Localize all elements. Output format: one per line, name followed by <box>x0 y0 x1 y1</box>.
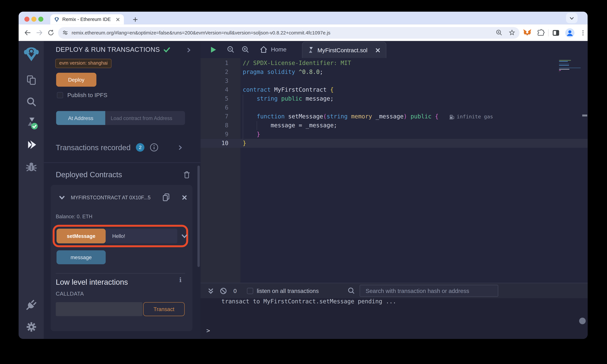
zoom-out-icon[interactable] <box>226 45 235 54</box>
deploy-button[interactable]: Deploy <box>56 73 96 87</box>
code-line[interactable]: 2pragma solidity ^0.8.0; <box>200 68 588 77</box>
home-tab-icon[interactable] <box>259 45 268 54</box>
code-line[interactable]: 9 } <box>200 130 588 139</box>
side-panel-icon[interactable] <box>552 28 560 37</box>
at-address-button[interactable]: At Address <box>56 111 105 125</box>
debugger-icon[interactable] <box>19 158 44 175</box>
gas-annotation: infinite gas <box>449 112 493 121</box>
toolbar-divider <box>548 29 548 36</box>
set-message-button[interactable]: setMessage <box>57 229 106 243</box>
line-number: 7 <box>200 112 228 121</box>
contract-collapse-chevron-icon[interactable] <box>58 195 65 200</box>
code-line[interactable]: 8 message = _message; <box>200 121 588 130</box>
minimap-line <box>559 68 581 68</box>
code-line[interactable]: 3 <box>200 77 588 86</box>
indent-guide <box>243 94 243 139</box>
panel-scrollbar[interactable] <box>198 166 200 267</box>
browser-tab[interactable]: Remix - Ethereum IDE <box>50 14 124 24</box>
line-number: 10 <box>200 139 228 148</box>
search-icon[interactable] <box>19 93 44 110</box>
code-text: pragma solidity ^0.8.0; <box>243 68 323 77</box>
panel-expand-chevron-icon[interactable] <box>186 47 191 53</box>
remix-logo-icon[interactable] <box>19 46 44 63</box>
code-line[interactable]: 5 string public message; <box>200 94 588 103</box>
url-bar[interactable]: remix.ethereum.org/#lang=en&optimize=fal… <box>58 27 520 39</box>
zoom-page-icon[interactable] <box>496 29 503 37</box>
run-script-play-icon[interactable] <box>209 45 218 54</box>
metamask-icon[interactable] <box>523 28 532 37</box>
expand-function-chevron-icon[interactable] <box>181 233 188 239</box>
file-tab[interactable]: MyFirstContract.sol <box>302 42 386 58</box>
line-number: 1 <box>200 59 228 68</box>
publish-ipfs-checkbox[interactable] <box>57 92 63 98</box>
code-line[interactable]: 10} <box>200 139 588 148</box>
publish-ipfs-label: Publish to IPFS <box>67 92 107 98</box>
code-line[interactable]: 7 function setMessage(string memory _mes… <box>200 112 588 121</box>
message-button[interactable]: message <box>57 250 106 264</box>
browser-menu-icon[interactable] <box>580 29 586 36</box>
terminal-scrollbar-thumb[interactable] <box>579 318 586 324</box>
editor-minimap[interactable] <box>559 59 581 77</box>
site-settings-icon[interactable] <box>62 29 69 36</box>
contract-instance-name[interactable]: MYFIRSTCONTRACT AT 0X10F...5 <box>71 194 161 200</box>
tab-search-button[interactable] <box>566 13 578 23</box>
deploy-run-icon[interactable] <box>19 136 44 153</box>
line-number: 5 <box>200 94 228 103</box>
maximize-window-button[interactable] <box>38 16 43 22</box>
calldata-input[interactable] <box>56 302 143 316</box>
close-file-tab-icon[interactable] <box>375 48 381 53</box>
code-text: } <box>243 139 246 148</box>
listen-transactions-checkbox[interactable] <box>247 288 253 294</box>
minimap-line <box>559 60 571 61</box>
settings-gear-icon[interactable] <box>19 318 44 336</box>
extensions-icon[interactable] <box>537 28 545 37</box>
code-text: function setMessage(string memory _messa… <box>243 112 439 121</box>
listen-transactions-label: listen on all transactions <box>257 287 319 294</box>
info-icon[interactable] <box>150 143 158 152</box>
deployed-contracts-title: Deployed Contracts <box>56 170 122 179</box>
panel-title: DEPLOY & RUN TRANSACTIONS <box>56 46 160 54</box>
back-button[interactable] <box>22 27 33 39</box>
profile-avatar[interactable] <box>565 28 575 38</box>
copy-address-icon[interactable] <box>162 193 170 202</box>
forward-button[interactable] <box>33 27 45 39</box>
home-tab-label[interactable]: Home <box>271 46 287 52</box>
terminal-log: transact to MyFirstContract.setMessage p… <box>200 298 588 339</box>
minimap-line <box>559 71 559 72</box>
plugin-manager-icon[interactable] <box>19 296 44 313</box>
code-line[interactable]: 1// SPDX-License-Identifier: MIT <box>200 59 588 68</box>
browser-window: Remix - Ethereum IDE remix.eth <box>19 12 588 339</box>
zoom-in-icon[interactable] <box>241 45 250 54</box>
at-address-input[interactable] <box>105 111 185 125</box>
new-tab-button[interactable] <box>130 14 140 24</box>
code-editor[interactable]: 1// SPDX-License-Identifier: MIT2pragma … <box>200 58 588 283</box>
terminal: 0 listen on all transactions transact to… <box>200 283 588 339</box>
file-explorer-icon[interactable] <box>19 72 44 89</box>
evm-version-badge: evm version: shanghai <box>55 59 111 68</box>
clear-console-icon[interactable] <box>220 287 227 294</box>
line-number: 8 <box>200 121 228 130</box>
url-text[interactable]: remix.ethereum.org/#lang=en&optimize=fal… <box>72 30 496 36</box>
line-number: 4 <box>200 86 228 94</box>
code-line[interactable]: 6 <box>200 103 588 112</box>
transact-button[interactable]: Transact <box>143 302 185 316</box>
transactions-expand-chevron-icon[interactable] <box>178 144 183 151</box>
calldata-label: CALLDATA <box>56 291 84 297</box>
minimize-window-button[interactable] <box>31 16 37 22</box>
terminal-collapse-icon[interactable] <box>208 287 214 294</box>
terminal-search-icon <box>348 287 355 294</box>
code-line[interactable]: 4contract MyFirstContract { <box>200 86 588 94</box>
minimap-line <box>559 61 568 62</box>
contract-balance: Balance: 0. ETH <box>56 214 92 220</box>
low-level-info-icon[interactable]: i <box>179 276 182 284</box>
solidity-compiler-icon[interactable] <box>19 115 44 131</box>
code-text: contract MyFirstContract { <box>243 86 334 94</box>
delete-contracts-trash-icon[interactable] <box>183 171 190 179</box>
bookmark-star-icon[interactable] <box>508 29 516 37</box>
close-tab-icon[interactable] <box>115 17 120 22</box>
close-window-button[interactable] <box>24 16 29 22</box>
reload-button[interactable] <box>45 27 56 39</box>
remove-contract-icon[interactable] <box>182 194 187 200</box>
terminal-search-input[interactable] <box>360 285 498 297</box>
set-message-input[interactable] <box>106 229 177 243</box>
